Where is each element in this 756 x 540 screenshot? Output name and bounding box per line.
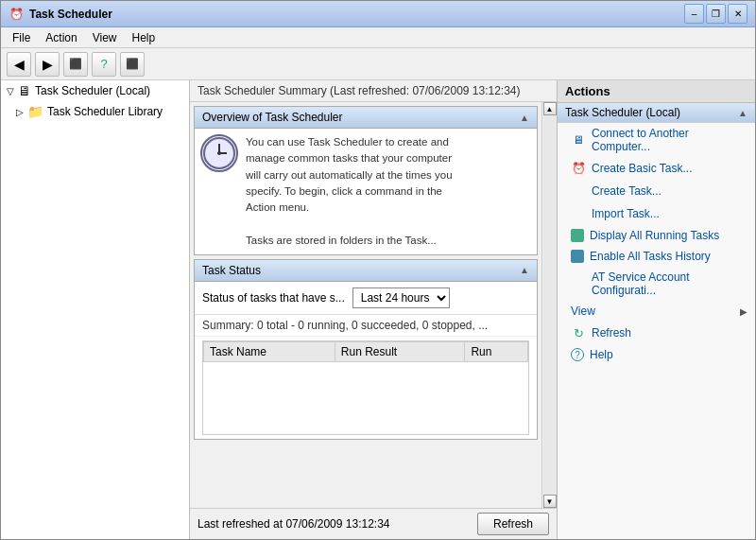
restore-button[interactable]: ❐ (706, 4, 726, 24)
tree-folder-expand-icon: ▷ (16, 107, 24, 117)
action-create-basic-label: Create Basic Task... (592, 162, 693, 175)
up-button[interactable]: ⬛ (63, 52, 88, 77)
overview-body: You can use Task Scheduler to create and… (195, 129, 537, 254)
action-display-running-label: Display All Running Tasks (590, 229, 719, 242)
properties-button[interactable]: ⬛ (120, 52, 145, 77)
center-panel: Task Scheduler Summary (Last refreshed: … (190, 80, 557, 539)
overview-section-header[interactable]: Overview of Task Scheduler ▲ (195, 107, 537, 129)
window-title: Task Scheduler (29, 8, 684, 21)
actions-header: Actions (558, 80, 755, 103)
window-icon: ⏰ (9, 7, 24, 22)
center-content: Overview of Task Scheduler ▲ (190, 102, 557, 508)
task-table-container[interactable]: Task Name Run Result Run (202, 340, 529, 435)
tree-library-item[interactable]: ▷ 📁 Task Scheduler Library (1, 101, 189, 122)
create-basic-icon: ⏰ (571, 161, 586, 176)
menu-action[interactable]: Action (38, 29, 84, 46)
action-at-service[interactable]: AT Service Account Configurati... (558, 267, 755, 301)
action-refresh[interactable]: ↻ Refresh (558, 322, 755, 344)
scrollbar[interactable]: ▲ ▼ (541, 102, 557, 508)
center-header: Task Scheduler Summary (Last refreshed: … (190, 80, 557, 102)
main-area: ▽ 🖥 Task Scheduler (Local) ▷ 📁 Task Sche… (1, 80, 755, 539)
connect-icon: 🖥 (571, 132, 586, 148)
actions-group-header[interactable]: Task Scheduler (Local) ▲ (558, 103, 755, 123)
task-status-title: Task Status (202, 264, 261, 277)
svg-point-3 (217, 151, 221, 155)
filter-label: Status of tasks that have s... (202, 291, 345, 305)
center-scroll[interactable]: Overview of Task Scheduler ▲ (190, 102, 541, 508)
action-at-service-label: AT Service Account Configurati... (592, 270, 747, 297)
col-run: Run (465, 341, 528, 361)
menu-bar: File Action View Help (1, 27, 755, 48)
summary-text: Summary: 0 total - 0 running, 0 succeede… (195, 315, 537, 337)
forward-button[interactable]: ▶ (35, 52, 60, 77)
action-connect-label: Connect to Another Computer... (592, 127, 747, 153)
actions-group-label: Task Scheduler (Local) (565, 106, 680, 119)
minimize-button[interactable]: – (684, 4, 704, 24)
right-panel: Actions Task Scheduler (Local) ▲ 🖥 Conne… (557, 80, 755, 539)
create-task-icon (571, 183, 586, 199)
tree-root-icon: 🖥 (18, 83, 31, 98)
enable-history-icon (571, 250, 584, 263)
action-create-task[interactable]: Create Task... (558, 180, 755, 202)
view-submenu-icon: ▶ (740, 306, 747, 317)
action-import-label: Import Task... (592, 207, 660, 220)
title-bar: ⏰ Task Scheduler – ❐ ✕ (1, 1, 755, 27)
action-view-label: View (571, 305, 595, 318)
action-help-label: Help (590, 348, 613, 361)
task-status-section: Task Status ▲ Status of tasks that have … (194, 259, 538, 440)
action-import-task[interactable]: Import Task... (558, 202, 755, 225)
task-status-filter: Status of tasks that have s... Last 24 h… (195, 282, 537, 315)
window-controls: – ❐ ✕ (684, 4, 747, 24)
overview-section: Overview of Task Scheduler ▲ (194, 106, 538, 255)
tree-expand-icon: ▽ (7, 86, 14, 96)
left-panel: ▽ 🖥 Task Scheduler (Local) ▷ 📁 Task Sche… (1, 80, 190, 539)
action-enable-history[interactable]: Enable All Tasks History (558, 246, 755, 267)
toolbar: ◀ ▶ ⬛ ? ⬛ (1, 48, 755, 80)
col-run-result: Run Result (335, 341, 465, 361)
scroll-up-btn[interactable]: ▲ (543, 102, 557, 115)
action-enable-history-label: Enable All Tasks History (590, 250, 711, 263)
clock-icon (200, 134, 238, 172)
display-running-icon (571, 229, 584, 242)
refresh-icon: ↻ (571, 325, 586, 340)
tree-root-item[interactable]: ▽ 🖥 Task Scheduler (Local) (1, 80, 189, 101)
help-icon: ? (571, 348, 584, 361)
task-status-header[interactable]: Task Status ▲ (195, 260, 537, 282)
at-service-icon (571, 276, 586, 291)
tree-library-label: Task Scheduler Library (47, 105, 163, 118)
overview-title: Overview of Task Scheduler (202, 111, 343, 124)
overview-text: You can use Task Scheduler to create and… (246, 134, 453, 249)
task-status-collapse-icon: ▲ (520, 265, 529, 275)
center-footer: Last refreshed at 07/06/2009 13:12:34 Re… (190, 508, 557, 539)
main-window: ⏰ Task Scheduler – ❐ ✕ File Action View … (0, 0, 756, 540)
action-display-running[interactable]: Display All Running Tasks (558, 225, 755, 246)
import-icon (571, 206, 586, 221)
actions-group-collapse-icon: ▲ (738, 108, 747, 118)
menu-view[interactable]: View (85, 29, 125, 46)
action-help[interactable]: ? Help (558, 344, 755, 365)
tree-folder-icon: 📁 (27, 104, 43, 119)
menu-file[interactable]: File (5, 29, 38, 46)
tree-root-label: Task Scheduler (Local) (35, 84, 150, 97)
action-view[interactable]: View ▶ (558, 301, 755, 322)
refresh-button[interactable]: Refresh (477, 513, 549, 535)
action-refresh-label: Refresh (592, 326, 631, 340)
action-create-basic-task[interactable]: ⏰ Create Basic Task... (558, 157, 755, 180)
scroll-down-btn[interactable]: ▼ (543, 495, 557, 508)
overview-collapse-icon: ▲ (520, 113, 529, 123)
back-button[interactable]: ◀ (7, 52, 31, 77)
menu-help[interactable]: Help (125, 29, 163, 46)
action-connect-computer[interactable]: 🖥 Connect to Another Computer... (558, 123, 755, 157)
col-task-name: Task Name (204, 341, 335, 361)
close-button[interactable]: ✕ (728, 4, 747, 24)
last-refreshed-label: Last refreshed at 07/06/2009 13:12:34 (198, 517, 390, 531)
help-toolbar-button[interactable]: ? (92, 52, 116, 77)
time-range-dropdown[interactable]: Last 24 hours Last Hour Last 7 Days Last… (352, 287, 450, 308)
task-table: Task Name Run Result Run (203, 341, 528, 362)
action-create-task-label: Create Task... (592, 184, 662, 198)
